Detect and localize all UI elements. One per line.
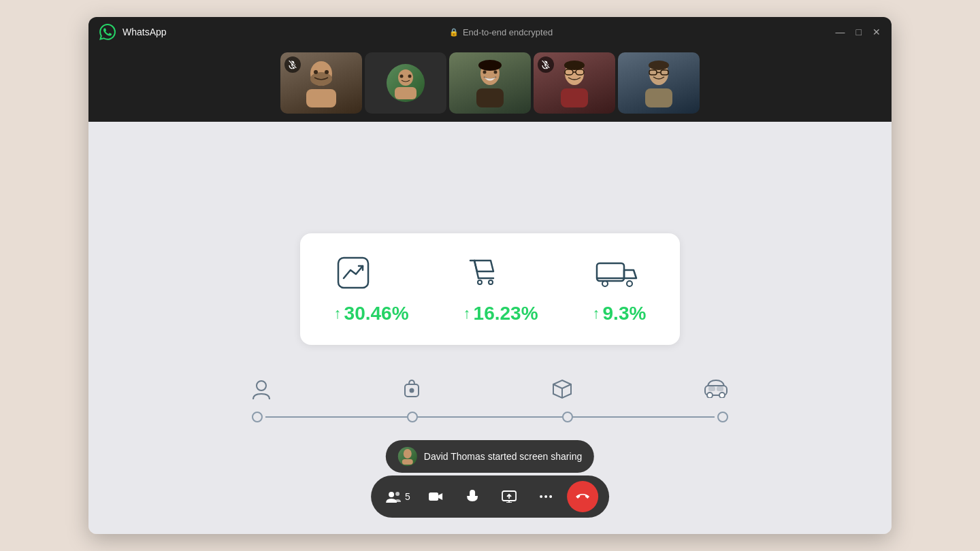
screen-share-button[interactable]	[493, 481, 525, 512]
svg-point-28	[489, 280, 493, 284]
participant-tile	[534, 52, 615, 114]
mute-badge	[538, 56, 554, 73]
svg-point-4	[325, 70, 329, 74]
svg-point-16	[564, 61, 585, 70]
muted-mic-icon	[288, 60, 297, 69]
svg-point-7	[400, 75, 404, 78]
svg-point-22	[649, 61, 669, 70]
stat-value-3: ↑ 9.3%	[593, 303, 647, 324]
stats-card: ↑ 30.46% ↑ 16.23%	[300, 233, 681, 345]
participant-avatar	[387, 64, 425, 102]
maximize-button[interactable]: □	[856, 27, 862, 37]
timeline-dot	[252, 412, 263, 422]
svg-rect-42	[709, 387, 715, 390]
svg-line-37	[562, 384, 571, 388]
microphone-button[interactable]	[457, 481, 488, 512]
stat-item-analytics: ↑ 30.46%	[334, 254, 409, 324]
stat-number-2: 16.23%	[474, 303, 538, 324]
svg-point-33	[257, 381, 266, 390]
participant-tile	[449, 52, 531, 114]
notification-text: David Thomas started screen sharing	[424, 451, 582, 462]
svg-rect-1	[306, 89, 336, 107]
participant-tile	[280, 52, 362, 114]
close-button[interactable]: ✕	[872, 27, 881, 37]
participant-video	[638, 59, 679, 107]
stat-arrow-1: ↑	[334, 305, 342, 322]
svg-point-41	[719, 393, 725, 398]
window-controls: — □ ✕	[836, 27, 881, 37]
svg-point-13	[494, 71, 497, 74]
end-call-icon	[575, 492, 590, 501]
person-icon	[252, 379, 271, 401]
svg-rect-6	[395, 87, 416, 99]
participants-count-label: 5	[405, 491, 410, 502]
camera-button[interactable]	[420, 481, 451, 512]
camera-icon	[428, 490, 443, 503]
svg-point-8	[408, 75, 412, 78]
stat-number-1: 30.46%	[344, 303, 409, 324]
more-options-button[interactable]	[530, 481, 561, 512]
whatsapp-logo-icon	[99, 24, 116, 40]
box-icon	[552, 379, 572, 399]
cart-icon	[463, 254, 502, 292]
end-call-button[interactable]	[567, 481, 598, 512]
timeline-car	[704, 379, 728, 401]
participant-video	[301, 59, 342, 107]
svg-point-2	[310, 72, 332, 86]
timeline-track	[252, 379, 728, 422]
participant-strip	[88, 47, 892, 122]
toast-avatar-image	[401, 448, 414, 465]
svg-point-47	[395, 492, 399, 496]
svg-point-27	[478, 280, 482, 284]
timeline-dot	[562, 412, 573, 422]
notification-toast: David Thomas started screen sharing	[386, 440, 594, 473]
svg-rect-10	[476, 88, 504, 107]
stat-item-cart: ↑ 16.23%	[463, 254, 538, 324]
participant-video	[470, 59, 510, 107]
microphone-icon	[466, 489, 478, 504]
svg-point-44	[404, 449, 412, 458]
screen-share-area: ↑ 30.46% ↑ 16.23%	[88, 122, 892, 534]
more-dots-icon	[540, 495, 552, 498]
svg-point-12	[483, 71, 487, 74]
bag-icon	[402, 379, 421, 399]
svg-point-11	[478, 60, 502, 71]
timeline-person	[252, 379, 271, 401]
stat-arrow-3: ↑	[593, 305, 600, 322]
svg-rect-21	[645, 88, 672, 107]
titlebar: WhatsApp 🔒 End-to-end endcrypted — □ ✕	[88, 17, 892, 47]
svg-point-3	[314, 70, 318, 74]
stat-value-1: ↑ 30.46%	[334, 303, 409, 324]
participant-tile	[365, 52, 446, 114]
timeline-dot	[717, 412, 728, 422]
timeline-icons	[252, 379, 728, 401]
timeline-line-row	[252, 412, 728, 422]
delivery-icon	[593, 254, 640, 292]
call-controls: 5	[371, 475, 609, 518]
muted-mic-icon	[541, 60, 551, 69]
svg-point-31	[627, 281, 632, 286]
lock-icon: 🔒	[449, 28, 459, 37]
svg-point-40	[707, 393, 713, 398]
toast-avatar	[398, 447, 417, 466]
mute-badge	[284, 56, 301, 73]
encryption-indicator: 🔒 End-to-end endcrypted	[167, 27, 836, 37]
participants-count[interactable]: 5	[382, 490, 414, 503]
screen-share-icon	[502, 490, 517, 503]
titlebar-left: WhatsApp	[99, 24, 167, 40]
car-icon	[704, 379, 728, 398]
svg-line-36	[553, 384, 562, 388]
svg-point-58	[549, 495, 552, 498]
participant-video	[554, 59, 595, 107]
encryption-label: End-to-end endcrypted	[463, 27, 553, 37]
app-window: WhatsApp 🔒 End-to-end endcrypted — □ ✕	[88, 17, 892, 534]
timeline-bag	[402, 379, 421, 401]
svg-point-5	[398, 69, 413, 86]
svg-point-35	[410, 389, 413, 393]
svg-point-56	[540, 495, 542, 498]
stat-number-3: 9.3%	[603, 303, 647, 324]
svg-point-57	[544, 495, 547, 498]
minimize-button[interactable]: —	[836, 27, 845, 37]
participant-tile	[618, 52, 700, 114]
timeline-box	[552, 379, 572, 401]
